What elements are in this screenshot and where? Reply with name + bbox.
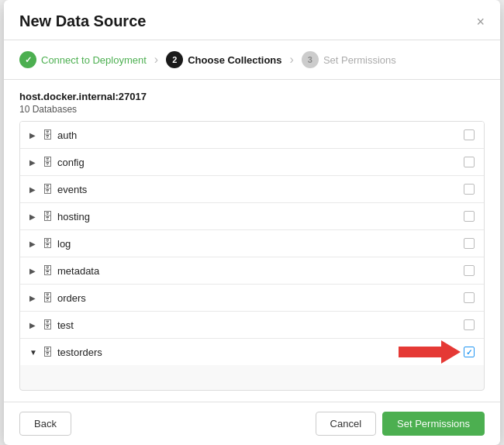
list-item[interactable]: ▶ 🗄 hosting xyxy=(20,203,484,230)
db-name: hosting xyxy=(57,211,90,222)
step-1-label: Connect to Deployment xyxy=(41,54,147,66)
footer-right: Cancel Set Permissions xyxy=(316,412,485,436)
step-2-label: Choose Collections xyxy=(188,54,281,66)
db-item-left: ▶ 🗄 config xyxy=(29,156,85,168)
red-arrow-indicator xyxy=(399,340,461,364)
close-button[interactable]: × xyxy=(476,15,485,29)
step-1: ✓ Connect to Deployment xyxy=(19,51,147,68)
db-stack-icon: 🗄 xyxy=(42,264,53,277)
list-item[interactable]: ▶ 🗄 orders xyxy=(20,285,484,312)
db-item-left: ▼ 🗄 testorders xyxy=(29,346,102,358)
modal-footer: Back Cancel Set Permissions xyxy=(4,402,500,445)
step-3-label: Set Permissions xyxy=(323,54,396,66)
expand-arrow-icon: ▶ xyxy=(29,212,37,221)
database-list: ▶ 🗄 auth ▶ 🗄 config ▶ 🗄 xyxy=(19,121,485,391)
db-stack-icon: 🗄 xyxy=(42,346,53,358)
db-stack-icon: 🗄 xyxy=(42,183,53,195)
list-item[interactable]: ▶ 🗄 test xyxy=(20,312,484,339)
cancel-button[interactable]: Cancel xyxy=(316,412,376,436)
modal-title: New Data Source xyxy=(19,12,146,30)
db-checkbox[interactable] xyxy=(464,129,475,140)
expand-arrow-icon: ▶ xyxy=(29,321,37,329)
back-button[interactable]: Back xyxy=(19,412,71,436)
list-item[interactable]: ▶ 🗄 events xyxy=(20,176,484,203)
db-checkbox[interactable] xyxy=(464,238,475,249)
expand-arrow-icon: ▶ xyxy=(29,158,37,167)
expand-arrow-icon: ▶ xyxy=(29,131,37,140)
expand-arrow-icon: ▶ xyxy=(29,267,37,275)
db-name: testorders xyxy=(57,347,102,358)
db-checkbox[interactable] xyxy=(464,319,475,330)
db-name: log xyxy=(57,238,71,250)
step-arrow-1: › xyxy=(154,53,158,67)
db-name: orders xyxy=(57,292,86,304)
db-count: 10 Databases xyxy=(19,104,485,115)
db-item-left: ▶ 🗄 events xyxy=(29,183,87,195)
step-arrow-2: › xyxy=(290,53,294,67)
db-checkbox[interactable] xyxy=(464,211,475,222)
db-stack-icon: 🗄 xyxy=(42,156,53,168)
db-item-left: ▶ 🗄 test xyxy=(29,319,74,331)
db-checkbox-testorders[interactable] xyxy=(464,347,475,357)
list-item[interactable]: ▶ 🗄 log xyxy=(20,230,484,257)
expand-arrow-icon: ▶ xyxy=(29,294,37,302)
db-name: metadata xyxy=(57,265,99,277)
db-stack-icon: 🗄 xyxy=(42,237,53,250)
expand-arrow-icon: ▶ xyxy=(29,240,37,248)
db-name: auth xyxy=(57,129,77,141)
expand-arrow-icon: ▼ xyxy=(29,348,37,357)
modal-body: host.docker.internal:27017 10 Databases … xyxy=(4,80,500,402)
db-stack-icon: 🗄 xyxy=(42,291,53,304)
db-checkbox[interactable] xyxy=(464,157,475,167)
expand-arrow-icon: ▶ xyxy=(29,185,37,194)
set-permissions-button[interactable]: Set Permissions xyxy=(382,412,485,436)
db-item-left: ▶ 🗄 orders xyxy=(29,291,86,304)
step-2: 2 Choose Collections xyxy=(166,51,281,68)
list-item[interactable]: ▶ 🗄 auth xyxy=(20,122,484,149)
step-1-circle: ✓ xyxy=(19,51,36,68)
db-item-left: ▶ 🗄 metadata xyxy=(29,264,99,277)
host-name: host.docker.internal:27017 xyxy=(19,91,485,102)
step-3-circle: 3 xyxy=(302,51,319,68)
db-name: events xyxy=(57,184,87,195)
new-data-source-modal: New Data Source × ✓ Connect to Deploymen… xyxy=(4,0,500,445)
db-name: config xyxy=(57,157,85,168)
svg-marker-0 xyxy=(399,340,461,364)
db-stack-icon: 🗄 xyxy=(42,319,53,331)
db-checkbox[interactable] xyxy=(464,265,475,276)
db-item-left: ▶ 🗄 auth xyxy=(29,129,77,141)
db-checkbox[interactable] xyxy=(464,184,475,195)
stepper: ✓ Connect to Deployment › 2 Choose Colle… xyxy=(4,40,500,80)
list-item-testorders[interactable]: ▼ 🗄 testorders xyxy=(20,339,484,365)
db-name: test xyxy=(57,319,74,331)
db-item-left: ▶ 🗄 hosting xyxy=(29,210,90,222)
host-info: host.docker.internal:27017 10 Databases xyxy=(19,91,485,115)
step-3: 3 Set Permissions xyxy=(302,51,396,68)
list-item[interactable]: ▶ 🗄 config xyxy=(20,149,484,176)
db-stack-icon: 🗄 xyxy=(42,129,53,141)
list-item[interactable]: ▶ 🗄 metadata xyxy=(20,257,484,285)
db-item-left: ▶ 🗄 log xyxy=(29,237,71,250)
modal-header: New Data Source × xyxy=(4,0,500,40)
step-2-circle: 2 xyxy=(166,51,183,68)
db-checkbox[interactable] xyxy=(464,292,475,303)
db-stack-icon: 🗄 xyxy=(42,210,53,222)
